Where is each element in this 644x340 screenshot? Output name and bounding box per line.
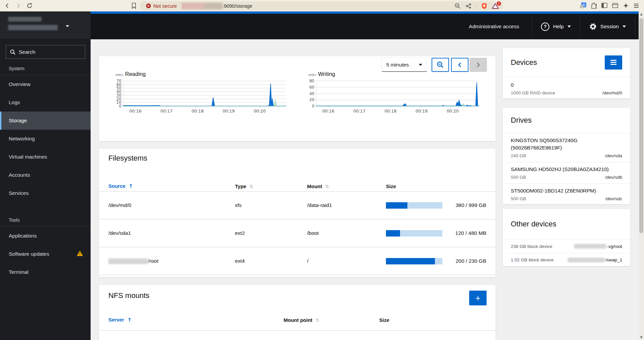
- fs-size: 380 / 999 GB: [442, 202, 486, 208]
- other-devices-card: Other devices 238 GB block device -vg/ro…: [503, 209, 630, 266]
- svg-text:60: 60: [309, 85, 314, 90]
- translate-icon[interactable]: A: [580, 2, 586, 9]
- add-nfs-mount-button[interactable]: +: [469, 291, 487, 305]
- list-item-drive[interactable]: SAMSUNG HD502HJ (S20BJA0ZA34210) 500 GB …: [503, 162, 630, 184]
- browser-forward-icon[interactable]: [15, 2, 21, 9]
- sidebar-search[interactable]: [6, 45, 85, 59]
- fs-source: /dev/md/0: [108, 202, 235, 208]
- help-menu[interactable]: ? Help: [532, 14, 580, 39]
- sidebar-item-virtual-machines[interactable]: Virtual machines: [0, 148, 91, 166]
- nfs-mounts-title: NFS mounts: [108, 291, 149, 300]
- search-input[interactable]: [19, 49, 76, 55]
- zoom-out-button[interactable]: [432, 58, 449, 72]
- sidebar-item-terminal[interactable]: Terminal: [0, 263, 91, 281]
- scroll-down-icon[interactable]: ▼: [639, 335, 644, 340]
- chevron-down-icon: [623, 26, 626, 28]
- drive-path: /dev/sdb: [605, 175, 622, 180]
- chart-name: Writing: [318, 71, 335, 77]
- column-header-server[interactable]: Server↑: [108, 317, 284, 323]
- svg-text:00:16: 00:16: [129, 109, 141, 114]
- column-header-mount-point[interactable]: Mount point⇅: [284, 317, 379, 323]
- column-header-mount[interactable]: Mount⇅: [307, 183, 386, 189]
- redacted-host: [182, 3, 222, 9]
- chevron-down-icon: [66, 25, 69, 27]
- sidebar-item-overview[interactable]: Overview: [0, 75, 91, 93]
- sidebar: System Overview Logs Storage Networking …: [0, 11, 91, 340]
- reading-plot: 01020304050607000:1600:1700:1800:1900:20: [111, 78, 287, 114]
- svg-text:00:19: 00:19: [415, 109, 428, 114]
- sidebar-item-networking[interactable]: Networking: [0, 130, 91, 148]
- sidebar-item-logs[interactable]: Logs: [0, 93, 91, 112]
- scroll-up-icon[interactable]: ▲: [639, 11, 644, 17]
- sidebar-toggle-icon[interactable]: [601, 3, 608, 8]
- list-item-block-device[interactable]: 1.02 GB block device /swap_1: [503, 253, 630, 266]
- table-row[interactable]: /root ext4 / 200 / 230 GB: [99, 247, 496, 275]
- brave-shield-icon[interactable]: [481, 3, 487, 9]
- svg-text:00:20: 00:20: [254, 109, 266, 114]
- drives-card: Drives KINGSTON SQ500S37240G (50026B7682…: [503, 108, 630, 204]
- redacted-text: [108, 258, 148, 264]
- chart-unit: MiB/s: [308, 73, 316, 77]
- device-desc: 1000 GB RAID device: [511, 90, 555, 95]
- redacted-text: [568, 258, 605, 262]
- sidebar-item-storage[interactable]: Storage: [0, 112, 91, 130]
- list-item-raid-device[interactable]: 0 1000 GB RAID device /dev/md/0: [503, 77, 630, 100]
- help-label: Help: [553, 24, 564, 30]
- fs-type: xfs: [235, 202, 307, 208]
- browser-back-icon[interactable]: [4, 2, 11, 9]
- scrollbar-thumb[interactable]: [639, 18, 643, 233]
- page-scrollbar[interactable]: ▲ ▼: [639, 11, 644, 340]
- list-item-drive[interactable]: ST500DM002-1BD142 (Z6EN0RPM) 500 GB /dev…: [503, 184, 630, 205]
- extension-triangle-icon[interactable]: 2: [492, 3, 499, 9]
- svg-text:00:17: 00:17: [353, 109, 365, 114]
- main-nav: Overview Logs Storage Networking Virtual…: [0, 75, 91, 281]
- usage-bar: [386, 202, 442, 209]
- sidebar-item-applications[interactable]: Applications: [0, 227, 91, 245]
- nfs-table-header: Server↑ Mount point⇅ Size: [99, 314, 496, 325]
- drives-title: Drives: [511, 116, 532, 125]
- host-switcher[interactable]: [0, 11, 91, 39]
- not-secure-badge[interactable]: Not secure: [146, 3, 177, 9]
- history-forward-button[interactable]: [469, 58, 487, 72]
- devices-menu-button[interactable]: [605, 55, 622, 70]
- table-row[interactable]: /dev/md/0 xfs /data-raid1 380 / 999 GB: [99, 192, 496, 219]
- writing-chart: MiB/s Writing 02040608000:1600:1700:1800…: [304, 71, 480, 115]
- device-path: /swap_1: [568, 257, 622, 262]
- svg-text:0: 0: [312, 104, 314, 109]
- drive-size: 500 GB: [511, 196, 526, 201]
- column-header-type[interactable]: Type⇅: [235, 183, 307, 189]
- redacted-hostname: [8, 17, 42, 22]
- masthead-separator: [635, 16, 635, 37]
- extensions-puzzle-icon[interactable]: [591, 2, 597, 9]
- fs-source: /dev/sda1: [108, 230, 235, 236]
- zoom-out-page-icon[interactable]: [454, 3, 461, 9]
- nav-section-tools: Tools: [9, 217, 91, 226]
- not-secure-label: Not secure: [153, 3, 177, 9]
- browser-reload-icon[interactable]: [26, 2, 33, 9]
- help-icon: ?: [541, 23, 549, 31]
- bookmark-icon[interactable]: [131, 2, 138, 9]
- time-range-select[interactable]: 5 minutes: [382, 58, 427, 72]
- wallet-icon[interactable]: [612, 3, 618, 8]
- drive-path: /dev/sdc: [605, 196, 622, 201]
- sidebar-item-services[interactable]: Services: [0, 184, 91, 202]
- browser-menu-icon[interactable]: [633, 3, 639, 8]
- list-item-drive[interactable]: KINGSTON SQ500S37240G (50026B7682E8619F)…: [503, 133, 630, 162]
- device-path: -vg/root: [574, 244, 622, 249]
- sidebar-item-software-updates[interactable]: Software updates: [0, 245, 91, 263]
- history-back-button[interactable]: [451, 58, 468, 72]
- address-bar[interactable]: Not secure :9090/storage 2: [139, 1, 503, 10]
- sidebar-item-accounts[interactable]: Accounts: [0, 166, 91, 184]
- reading-chart: MiB/s Reading 01020304050607000:1600:170…: [111, 71, 287, 115]
- warning-icon: [77, 250, 83, 258]
- list-item-block-device[interactable]: 238 GB block device -vg/root: [503, 240, 630, 253]
- drive-size: 500 GB: [511, 175, 526, 180]
- column-header-source[interactable]: Source↑: [108, 183, 235, 189]
- leo-ai-sparkle-icon[interactable]: [623, 3, 629, 9]
- admin-access-indicator[interactable]: Administrative access: [469, 24, 532, 30]
- divider: [99, 330, 496, 331]
- share-icon[interactable]: [465, 3, 472, 9]
- session-menu[interactable]: Session: [580, 14, 635, 39]
- other-devices-title: Other devices: [511, 220, 556, 228]
- table-row[interactable]: /dev/sda1 ext2 /boot 120 / 480 MB: [99, 219, 496, 247]
